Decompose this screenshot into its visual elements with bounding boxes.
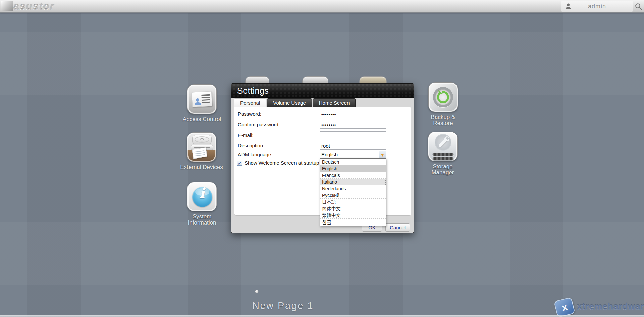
adm-language-label: ADM language: [238, 151, 320, 159]
backup-restore-icon [428, 82, 458, 112]
language-option[interactable]: Deutsch [320, 158, 386, 165]
watermark-text: xtremehardware.it [577, 302, 644, 312]
dialog-tabs: Personal Volume Usage Home Screen [234, 98, 357, 107]
password-label: Password: [238, 110, 320, 118]
system-information-icon: i [187, 182, 217, 211]
combo-trigger-button[interactable]: ▼ [379, 151, 386, 158]
dialog-title: Settings [231, 84, 414, 98]
icon-label: Restore [418, 120, 468, 126]
tab-personal[interactable]: Personal [234, 98, 266, 107]
language-option[interactable]: 繁體中文 [320, 212, 386, 219]
icon-label: Backup & [418, 114, 468, 120]
adm-language-select[interactable]: English ▼ [320, 151, 386, 159]
language-option[interactable]: Русский [320, 192, 386, 199]
desktop-icon-access-control[interactable]: Access Control [177, 84, 227, 122]
page-name-label: New Page 1 [252, 300, 314, 311]
confirm-password-label: Confirm password: [238, 121, 320, 129]
tab-volume-usage[interactable]: Volume Usage [267, 98, 312, 107]
confirm-password-field[interactable] [320, 121, 386, 129]
adm-desktop: asustor admin Access Control [0, 0, 644, 317]
chevron-down-icon: ▼ [380, 153, 385, 158]
language-option[interactable]: Français [320, 172, 386, 179]
icon-label: Information [177, 220, 227, 226]
language-option[interactable]: Nederlands [320, 185, 386, 192]
language-option[interactable]: 日本語 [320, 199, 386, 205]
settings-dialog: Settings Personal Volume Usage Home Scre… [231, 83, 414, 233]
icon-label: External Devices [176, 164, 227, 170]
xtremehardware-logo-icon: x [554, 297, 575, 317]
username-label: admin [561, 1, 633, 12]
icon-label: Access Control [177, 116, 227, 122]
language-option[interactable]: English [320, 165, 386, 172]
page-indicator-dot[interactable] [255, 290, 259, 293]
taskbar-corner-button[interactable] [1, 1, 13, 11]
icon-label: Manager [418, 170, 468, 176]
icon-label: System [177, 214, 227, 220]
external-devices-icon [187, 132, 216, 162]
desktop-icon-external-devices[interactable]: External Devices [176, 132, 227, 170]
description-label: Description: [238, 142, 320, 150]
language-option[interactable]: 한글 [320, 219, 386, 226]
description-field[interactable] [320, 142, 386, 150]
email-label: E-mail: [238, 131, 320, 139]
icon-label: Storage [418, 164, 468, 170]
welcome-checkbox[interactable] [237, 161, 242, 166]
desktop-icon-storage-manager[interactable]: Storage Manager [418, 132, 468, 176]
bottom-edge-strip [0, 315, 644, 317]
topbar: asustor admin [0, 0, 644, 13]
desktop-icon-system-information[interactable]: i System Information [177, 182, 227, 226]
adm-language-value: English [321, 151, 338, 158]
email-field[interactable] [320, 131, 386, 139]
desktop-icon-backup-restore[interactable]: Backup & Restore [418, 82, 468, 126]
user-menu[interactable]: admin [561, 1, 633, 12]
language-option[interactable]: Italiano [320, 179, 386, 185]
asustor-logo: asustor [13, 0, 54, 12]
language-dropdown-list: Deutsch English Français Italiano Nederl… [320, 158, 386, 226]
tab-home-screen[interactable]: Home Screen [313, 98, 356, 107]
password-field[interactable] [320, 110, 386, 118]
search-icon[interactable] [634, 2, 643, 11]
storage-manager-icon [428, 132, 458, 161]
language-option[interactable]: 简体中文 [320, 205, 386, 212]
access-control-icon [187, 84, 217, 114]
welcome-checkbox-label: Show Welcome Screen at startup [245, 160, 319, 166]
cancel-button[interactable]: Cancel [385, 223, 410, 232]
